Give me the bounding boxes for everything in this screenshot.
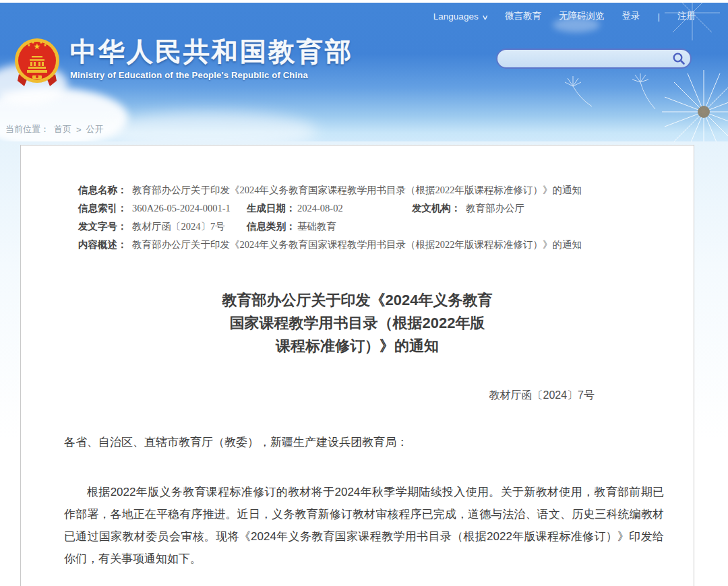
document-number: 教材厅函〔2024〕7号 xyxy=(21,389,694,403)
svg-text:★: ★ xyxy=(27,43,30,47)
document-title-line1: 教育部办公厅关于印发《2024年义务教育 xyxy=(21,289,694,312)
magnifier-icon xyxy=(672,52,686,65)
meta-row-index: 信息索引： 360A26-05-2024-0001-1 生成日期： 2024-0… xyxy=(78,201,694,215)
dandelion-seeds-decoration xyxy=(559,73,708,127)
meta-summary-value: 教育部办公厅关于印发《2024年义务教育国家课程教学用书目录（根据2022年版课… xyxy=(132,238,694,251)
breadcrumb-prefix: 当前位置： xyxy=(5,123,49,135)
dandelion-decoration xyxy=(657,65,728,141)
document-paragraph: 根据2022年版义务教育课程标准修订的教材将于2024年秋季学期陆续投入使用。关… xyxy=(21,481,694,570)
link-login[interactable]: 登录 xyxy=(621,10,640,22)
document-meta: 信息名称： 教育部办公厅关于印发《2024年义务教育国家课程教学用书目录（根据2… xyxy=(78,183,694,251)
meta-name-label: 信息名称： xyxy=(78,183,132,197)
document-card: 信息名称： 教育部办公厅关于印发《2024年义务教育国家课程教学用书目录（根据2… xyxy=(20,145,694,586)
meta-row-docnum: 发文字号： 教材厅函〔2024〕7号 信息类别： 基础教育 xyxy=(78,220,694,233)
meta-category-value: 基础教育 xyxy=(297,220,694,233)
breadcrumb-home[interactable]: 首页 xyxy=(54,123,71,135)
site-titles: 中华人民共和国教育部 Ministry of Education of the … xyxy=(70,36,353,80)
meta-org-value: 教育部办公厅 xyxy=(466,201,694,215)
site-title-en: Ministry of Education of the People's Re… xyxy=(70,70,353,80)
svg-text:★: ★ xyxy=(31,40,34,44)
languages-dropdown[interactable]: Languages ∨ xyxy=(433,11,487,22)
search-button[interactable] xyxy=(667,50,690,67)
search-box xyxy=(496,48,692,69)
divider: | xyxy=(657,11,660,22)
meta-summary-label: 内容概述： xyxy=(78,238,132,251)
cloud-decoration xyxy=(101,111,317,141)
document-title: 教育部办公厅关于印发《2024年义务教育 国家课程教学用书目录（根据2022年版… xyxy=(21,289,694,358)
svg-text:★: ★ xyxy=(43,43,47,47)
document-salutation: 各省、自治区、直辖市教育厅（教委），新疆生产建设兵团教育局： xyxy=(21,434,694,450)
site-title-cn: 中华人民共和国教育部 xyxy=(70,36,353,67)
meta-docnum-label: 发文字号： xyxy=(78,220,132,233)
national-emblem-icon: ★ ★ ★ ★ ★ xyxy=(12,36,62,89)
breadcrumb-separator: > xyxy=(76,125,82,135)
document-title-line3: 课程标准修订）》的通知 xyxy=(21,335,694,358)
meta-name-value: 教育部办公厅关于印发《2024年义务教育国家课程教学用书目录（根据2022年版课… xyxy=(132,183,694,197)
page: Languages ∨ 微言教育 无障碍浏览 登录 | 注册 ★ ★ ★ ★ ★ xyxy=(0,0,728,586)
meta-date-label: 生成日期： xyxy=(247,201,297,215)
meta-date-value: 2024-08-02 xyxy=(297,201,412,215)
meta-row-summary: 内容概述： 教育部办公厅关于印发《2024年义务教育国家课程教学用书目录（根据2… xyxy=(78,238,694,251)
link-register[interactable]: 注册 xyxy=(677,10,696,22)
link-weiyan-jiaoyu[interactable]: 微言教育 xyxy=(505,10,541,22)
site-logo[interactable]: ★ ★ ★ ★ ★ 中华人民共和国教育部 Ministry of Educati… xyxy=(12,36,353,89)
breadcrumb: 当前位置： 首页 > 公开 xyxy=(5,123,104,135)
svg-text:★: ★ xyxy=(39,40,42,44)
meta-docnum-value: 教材厅函〔2024〕7号 xyxy=(132,220,247,233)
link-accessibility[interactable]: 无障碍浏览 xyxy=(559,10,605,22)
meta-index-value: 360A26-05-2024-0001-1 xyxy=(132,201,247,215)
meta-row-name: 信息名称： 教育部办公厅关于印发《2024年义务教育国家课程教学用书目录（根据2… xyxy=(78,183,694,197)
chevron-down-icon: ∨ xyxy=(481,13,489,21)
languages-label: Languages xyxy=(433,11,479,22)
search-input[interactable] xyxy=(497,50,667,67)
meta-category-label: 信息类别： xyxy=(247,220,297,233)
document-title-line2: 国家课程教学用书目录（根据2022年版 xyxy=(21,312,694,335)
site-header: Languages ∨ 微言教育 无障碍浏览 登录 | 注册 ★ ★ ★ ★ ★ xyxy=(0,0,728,141)
meta-index-label: 信息索引： xyxy=(78,201,132,215)
breadcrumb-section-gongkai[interactable]: 公开 xyxy=(86,123,104,135)
meta-org-label: 发文机构： xyxy=(412,201,466,215)
topbar: Languages ∨ 微言教育 无障碍浏览 登录 | 注册 xyxy=(433,10,696,22)
